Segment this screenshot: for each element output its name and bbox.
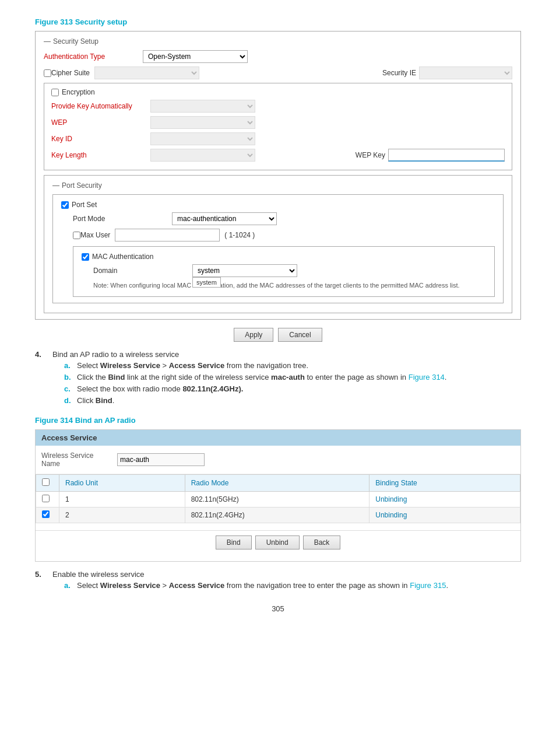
step-5-item: 5. Enable the wireless service a. Select… [35,570,521,593]
step-4b-text: Click the Bind link at the right side of… [77,373,521,382]
row1-binding-state: Unbinding [370,491,520,507]
port-mode-select[interactable]: mac-authentication [172,212,277,225]
access-service-panel: Access Service Wireless ServiceName Radi… [35,429,521,562]
provide-key-select[interactable] [150,100,255,113]
mac-auth-checkbox[interactable] [82,253,89,261]
port-set-legend: Port Set [72,201,97,209]
step-4c-marker: c. [64,384,77,393]
row1-checkbox[interactable] [42,495,50,502]
domain-dropdown-wrapper: system system [192,264,297,277]
max-user-input[interactable] [115,229,220,242]
key-id-row: Key ID [51,132,505,145]
select-all-checkbox[interactable] [42,478,50,486]
wep-key-label: WEP Key [356,151,385,159]
row1-radio-unit: 1 [59,491,185,507]
row1-radio-mode: 802.11n(5GHz) [185,491,370,507]
key-length-select[interactable] [150,149,255,162]
radio-table: Radio Unit Radio Mode Binding State 1 80… [36,474,520,523]
mac-auth-legend: MAC Authentication [92,253,153,261]
step-4: 4. Bind an AP radio to a wireless servic… [35,350,521,408]
wireless-service-name-label: Wireless ServiceName [41,452,117,468]
key-length-row: Key Length WEP Key [51,149,505,162]
row2-checkbox-cell [36,507,59,523]
cipher-suite-checkbox[interactable] [44,69,51,77]
wep-row: WEP [51,116,505,129]
back-button[interactable]: Back [303,536,341,550]
table-row: 1 802.11n(5GHz) Unbinding [36,491,520,507]
domain-dropdown-popup: system [192,277,221,288]
step-4b-marker: b. [64,373,77,382]
step-5-sublist: a. Select Wireless Service > Access Serv… [52,581,521,590]
row1-checkbox-cell [36,491,59,507]
step-4-sublist: a. Select Wireless Service > Access Serv… [52,361,521,405]
wireless-service-name-input[interactable] [117,453,205,466]
unbind-button[interactable]: Unbind [255,536,300,550]
auth-type-select[interactable]: Open-System [143,50,248,63]
mac-auth-note: Note: When configuring local MAC authent… [82,281,486,290]
step-4-num: 4. [35,350,52,408]
cancel-button[interactable]: Cancel [278,328,322,342]
step-5-num: 5. [35,570,52,593]
domain-label: Domain [93,267,192,275]
key-id-select[interactable] [150,132,255,145]
figure-313-title: Figure 313 Security setup [35,18,521,26]
col-binding-state-header: Binding State [370,474,520,491]
step-4-content: Bind an AP radio to a wireless service a… [52,350,521,408]
bind-button[interactable]: Bind [216,536,252,550]
col-radio-mode-header: Radio Mode [185,474,370,491]
security-ie-label: Security IE [382,69,416,77]
figure314-button-row: Bind Unbind Back [36,530,520,554]
figure-314-link[interactable]: Figure 314 [409,373,445,382]
step-5a: a. Select Wireless Service > Access Serv… [64,581,521,590]
wep-select[interactable] [150,116,255,129]
encryption-panel: Encryption Provide Key Automatically WEP… [44,83,512,170]
max-user-label: Max User [80,231,110,239]
provide-key-row: Provide Key Automatically [51,100,505,113]
wireless-service-name-row: Wireless ServiceName [36,446,520,474]
port-mode-row: Port Mode mac-authentication [61,212,495,225]
page-number: 305 [35,604,521,613]
port-security-panel: —Port Security Port Set Port Mode mac-au… [44,175,512,313]
apply-button[interactable]: Apply [234,328,273,342]
key-length-label: Key Length [51,151,150,159]
figure-315-link[interactable]: Figure 315 [410,581,446,590]
step-5-content: Enable the wireless service a. Select Wi… [52,570,521,593]
auth-type-label: Authentication Type [44,52,143,61]
step-4c-text: Select the box with radio mode 802.11n(2… [77,384,521,393]
step-4-text: Bind an AP radio to a wireless service [52,350,179,359]
port-mode-label: Port Mode [73,215,172,223]
mac-auth-panel: MAC Authentication Domain system system [73,246,495,297]
access-service-header: Access Service [36,430,520,446]
row2-radio-unit: 2 [59,507,185,523]
cipher-suite-label: Cipher Suite [51,69,90,77]
encryption-checkbox[interactable] [51,89,59,96]
step-4a-text: Select Wireless Service > Access Service… [77,361,521,370]
provide-key-label: Provide Key Automatically [51,102,150,110]
row2-radio-mode: 802.11n(2.4GHz) [185,507,370,523]
step-4d-marker: d. [64,396,77,405]
table-row: 2 802.11n(2.4GHz) Unbinding [36,507,520,523]
figure313-button-row: Apply Cancel [35,328,521,342]
step-4d-text: Click Bind. [77,396,521,405]
step-4a: a. Select Wireless Service > Access Serv… [64,361,521,370]
cipher-suite-select[interactable] [94,66,199,79]
row2-checkbox[interactable] [42,510,50,518]
domain-select[interactable]: system [192,264,297,277]
col-checkbox-header [36,474,59,491]
figure-313-section: Figure 313 Security setup —Security Setu… [35,18,521,342]
security-ie-select[interactable] [419,66,512,79]
wep-key-input[interactable] [388,149,505,162]
step-4c: c. Select the box with radio mode 802.11… [64,384,521,393]
domain-row: Domain system system [82,264,486,277]
encryption-checkbox-row: Encryption [51,88,505,96]
row2-binding-state: Unbinding [370,507,520,523]
max-user-checkbox[interactable] [73,232,80,239]
security-setup-legend: —Security Setup [44,37,512,46]
port-set-panel: Port Set Port Mode mac-authentication Ma… [52,194,504,303]
encryption-label: Encryption [62,88,95,96]
col-radio-unit-header: Radio Unit [59,474,185,491]
step-4b: b. Click the Bind link at the right side… [64,373,521,382]
step-5a-marker: a. [64,581,77,590]
mac-auth-checkbox-row: MAC Authentication [82,253,486,261]
port-set-checkbox[interactable] [61,201,69,209]
